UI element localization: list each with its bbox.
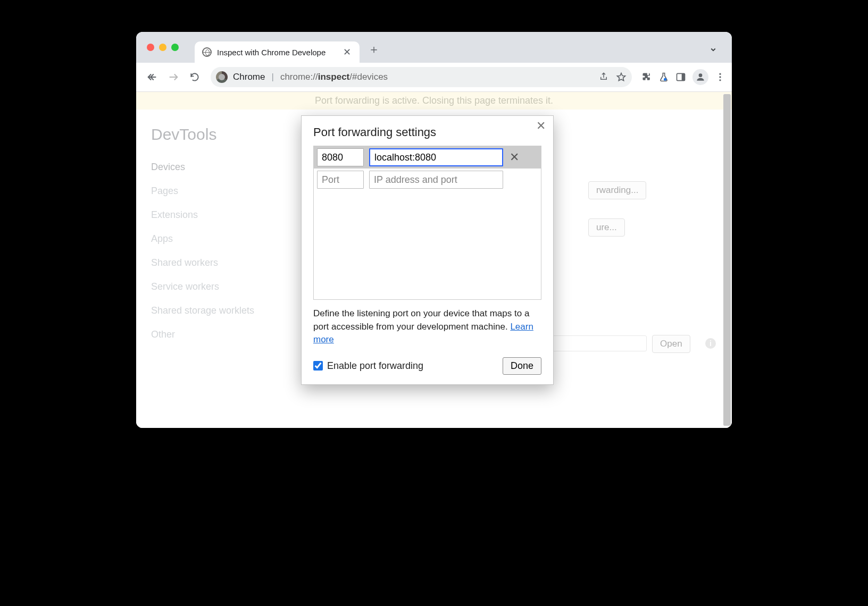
port-rule-row-blank xyxy=(314,169,541,191)
minimize-window-button[interactable] xyxy=(159,44,166,51)
sidebar-item-other[interactable]: Other xyxy=(151,323,301,347)
port-rule-row: ✕ xyxy=(314,146,541,169)
vertical-scrollbar[interactable] xyxy=(723,94,731,426)
share-icon xyxy=(599,72,608,81)
sidebar: DevTools Devices Pages Extensions Apps S… xyxy=(136,110,301,347)
profile-button[interactable] xyxy=(692,69,708,85)
globe-icon xyxy=(202,47,212,57)
page-content: Port forwarding is active. Closing this … xyxy=(136,92,732,428)
puzzle-icon xyxy=(641,72,652,82)
svg-point-0 xyxy=(664,78,666,81)
addr-origin: Chrome xyxy=(233,72,265,82)
info-icon[interactable]: i xyxy=(705,338,716,349)
forward-button[interactable] xyxy=(164,68,183,87)
toolbar-right xyxy=(641,69,725,85)
addr-url: chrome://inspect/#devices xyxy=(280,72,388,82)
port-input[interactable] xyxy=(317,148,364,166)
address-input-blank[interactable] xyxy=(369,171,503,189)
dialog-close-button[interactable]: ✕ xyxy=(536,119,546,133)
sidebar-item-extensions[interactable]: Extensions xyxy=(151,203,301,227)
sidebar-item-service-workers[interactable]: Service workers xyxy=(151,275,301,299)
svg-point-3 xyxy=(699,73,703,77)
done-button[interactable]: Done xyxy=(503,357,541,375)
scrollbar-thumb[interactable] xyxy=(723,94,731,426)
configure-button[interactable]: ure... xyxy=(588,218,625,237)
menu-button[interactable] xyxy=(715,72,725,82)
chrome-icon xyxy=(216,71,228,83)
port-forwarding-button[interactable]: rwarding... xyxy=(588,181,646,199)
extensions-button[interactable] xyxy=(641,72,652,82)
svg-rect-2 xyxy=(682,73,685,80)
back-button[interactable] xyxy=(143,68,162,87)
sidebar-title: DevTools xyxy=(151,125,301,144)
port-forwarding-dialog: ✕ Port forwarding settings ✕ Define the … xyxy=(301,115,554,385)
tab-close-button[interactable]: ✕ xyxy=(342,46,352,58)
toolbar: Chrome | chrome://inspect/#devices xyxy=(136,63,732,92)
arrow-left-icon xyxy=(146,71,158,83)
port-rules-table: ✕ xyxy=(313,146,541,300)
share-button[interactable] xyxy=(599,72,608,82)
reload-icon xyxy=(189,72,200,82)
dialog-footer: Enable port forwarding Done xyxy=(313,357,541,375)
svg-point-6 xyxy=(719,79,721,81)
delete-rule-button[interactable]: ✕ xyxy=(510,150,519,164)
panel-icon xyxy=(675,72,686,82)
svg-point-5 xyxy=(719,76,721,78)
dialog-title: Port forwarding settings xyxy=(313,125,541,139)
tab-title: Inspect with Chrome Develope xyxy=(217,48,339,57)
dots-vertical-icon xyxy=(715,72,725,82)
addr-separator: | xyxy=(271,72,273,82)
address-bar[interactable]: Chrome | chrome://inspect/#devices xyxy=(211,67,632,87)
sidebar-item-pages[interactable]: Pages xyxy=(151,179,301,203)
sidebar-item-devices[interactable]: Devices xyxy=(151,155,301,179)
new-tab-button[interactable]: ＋ xyxy=(368,41,380,57)
dialog-help-text: Define the listening port on your device… xyxy=(313,307,541,347)
address-input[interactable] xyxy=(369,148,503,166)
enable-port-forwarding-label: Enable port forwarding xyxy=(327,360,423,372)
open-button[interactable]: Open xyxy=(652,335,690,353)
browser-tab[interactable]: Inspect with Chrome Develope ✕ xyxy=(195,41,360,63)
bookmark-button[interactable] xyxy=(616,72,627,82)
chevron-down-icon xyxy=(708,45,718,54)
side-panel-button[interactable] xyxy=(675,72,686,82)
flask-icon xyxy=(658,72,669,82)
sidebar-item-shared-storage[interactable]: Shared storage worklets xyxy=(151,299,301,323)
arrow-right-icon xyxy=(168,71,179,83)
window-controls xyxy=(147,44,179,51)
port-forwarding-banner: Port forwarding is active. Closing this … xyxy=(136,92,732,110)
browser-window: Inspect with Chrome Develope ✕ ＋ Chrome … xyxy=(136,32,732,428)
fullscreen-window-button[interactable] xyxy=(171,44,179,51)
sidebar-item-shared-workers[interactable]: Shared workers xyxy=(151,251,301,275)
person-icon xyxy=(695,72,706,82)
port-input-blank[interactable] xyxy=(317,171,364,189)
svg-point-4 xyxy=(719,73,721,75)
tabs-dropdown-button[interactable] xyxy=(708,45,718,54)
tab-strip: Inspect with Chrome Develope ✕ ＋ xyxy=(136,32,732,63)
labs-button[interactable] xyxy=(658,72,669,82)
star-icon xyxy=(616,72,627,82)
enable-port-forwarding-checkbox[interactable] xyxy=(313,361,323,371)
close-window-button[interactable] xyxy=(147,44,154,51)
reload-button[interactable] xyxy=(185,68,204,87)
sidebar-item-apps[interactable]: Apps xyxy=(151,227,301,251)
